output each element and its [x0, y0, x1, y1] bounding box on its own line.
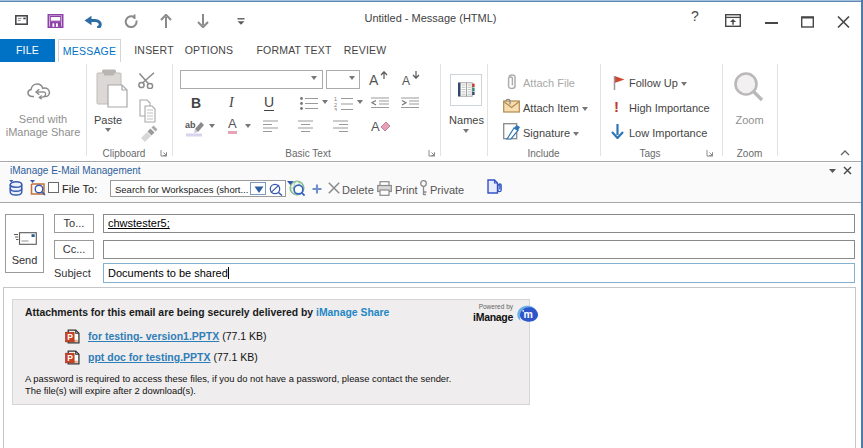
svg-text:P: P [67, 353, 73, 363]
svg-text:ab: ab [185, 120, 196, 130]
svg-text:m: m [524, 308, 533, 320]
svg-text:A: A [371, 119, 380, 134]
svg-text:3: 3 [334, 107, 337, 112]
svg-text:P: P [67, 332, 73, 342]
